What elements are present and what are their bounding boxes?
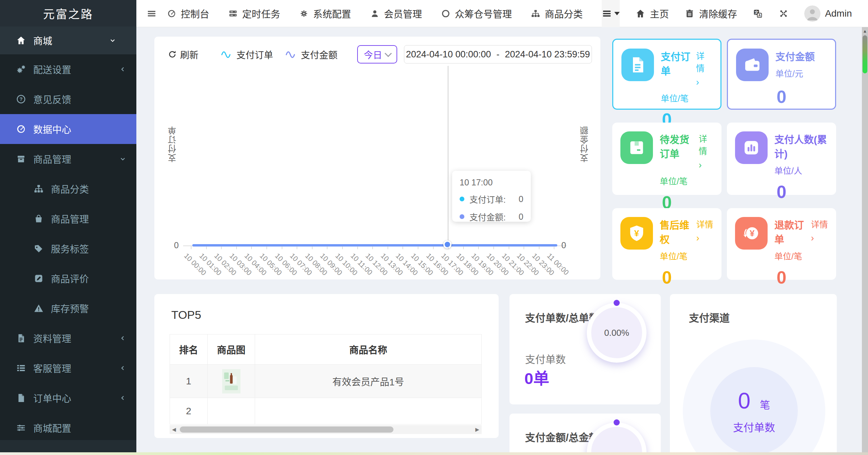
stat-card-pay-orders: 支付订单详情›单位/笔0 xyxy=(612,39,721,110)
chart-icon xyxy=(735,131,768,164)
nav-item-goods-category[interactable]: 商品分类 xyxy=(531,7,583,20)
dashboard-icon xyxy=(16,124,26,134)
warning-icon xyxy=(33,303,44,314)
box-icon xyxy=(16,154,26,164)
svg-text:?: ? xyxy=(19,96,22,102)
nav-item-member-management[interactable]: 会员管理 xyxy=(370,7,422,20)
sidebar-item-data-center[interactable]: 数据中心 xyxy=(0,114,136,144)
detail-link[interactable]: 详情› xyxy=(699,133,713,172)
x-axis-tick xyxy=(312,246,312,249)
sitemap-icon xyxy=(531,9,540,18)
top5-table: 排名 商品图 商品名称 1 有效会员产品1号 2 xyxy=(170,334,482,424)
x-axis-tick xyxy=(221,246,221,249)
x-axis-tick xyxy=(191,246,191,249)
datetime-range-input[interactable]: 2024-04-10 00:00:00 - 2024-04-10 23:59:5… xyxy=(404,45,592,63)
hover-crosshair-line xyxy=(448,66,448,247)
x-axis-tick xyxy=(448,246,448,249)
sidebar-item-label: 库存预警 xyxy=(51,302,89,315)
wave-icon xyxy=(285,50,297,59)
nav-item-label: 商品分类 xyxy=(545,7,583,20)
table-row: 2 xyxy=(170,398,482,424)
legend-label: 支付金额 xyxy=(301,48,337,61)
stat-title: 支付订单 xyxy=(661,50,691,78)
sidebar-item-goods-management-sub[interactable]: 商品管理 xyxy=(0,204,136,234)
sidebar-item-goods-category[interactable]: 商品分类 xyxy=(0,174,136,204)
sidebar-item-label: 数据中心 xyxy=(33,122,71,136)
sliders-icon xyxy=(16,422,26,433)
sidebar-item-material-management[interactable]: 资料管理 xyxy=(0,323,136,353)
svg-text:¥: ¥ xyxy=(634,229,639,238)
sidebar-item-label: 商品管理 xyxy=(51,212,89,225)
sidebar-item-label: 商品分类 xyxy=(51,182,89,196)
metric-value: 0单 xyxy=(524,365,549,389)
scrollbar-thumb[interactable] xyxy=(863,35,867,73)
nav-item-crowdfunding-warehouse[interactable]: 众筹仓号管理 xyxy=(441,7,512,20)
wallet-icon xyxy=(736,49,769,81)
clear-cache-button[interactable]: 清除缓存 xyxy=(684,7,737,20)
x-axis-tick xyxy=(236,246,237,249)
top5-title: TOP5 xyxy=(171,308,201,322)
detail-link[interactable]: 详情› xyxy=(696,218,713,245)
fullscreen-button[interactable] xyxy=(778,8,789,19)
y-axis-right-label: 支付金额 xyxy=(579,126,591,162)
scroll-left-arrow-icon[interactable]: ◀ xyxy=(170,426,178,433)
sidebar-toggle-button[interactable] xyxy=(136,8,167,19)
x-axis-tick xyxy=(327,246,327,249)
refresh-button[interactable]: 刷新 xyxy=(168,48,198,61)
caret-down-icon xyxy=(614,12,620,15)
hamburger-icon xyxy=(602,8,612,19)
vertical-scrollbar[interactable]: ▲ xyxy=(862,27,868,455)
sidebar-item-delivery-settings[interactable]: 配送设置 xyxy=(0,54,136,84)
stat-title: 待发货订单 xyxy=(660,133,694,161)
table-horizontal-scrollbar[interactable]: ◀ ▶ xyxy=(170,425,482,434)
sidebar-item-customer-service[interactable]: 客服管理 xyxy=(0,353,136,383)
sidebar-item-label: 商城 xyxy=(33,34,52,47)
legend-pay-amount[interactable]: 支付金额 xyxy=(285,48,337,61)
edit-icon xyxy=(34,273,44,284)
sidebar-item-label: 配送设置 xyxy=(33,62,71,76)
nav-item-system-config[interactable]: 系统配置 xyxy=(299,7,351,20)
filelines-icon xyxy=(628,55,647,74)
question-icon: ? xyxy=(16,94,26,104)
tooltip-value: 0 xyxy=(519,194,523,204)
nav-item-scheduled-tasks[interactable]: 定时任务 xyxy=(228,7,280,20)
user-name: Admin xyxy=(825,8,852,19)
stat-unit: 单位/笔 xyxy=(660,250,713,262)
horizontal-scrollbar[interactable] xyxy=(0,452,868,455)
scrollbar-thumb[interactable] xyxy=(180,426,393,433)
language-button[interactable]: 文A xyxy=(753,8,763,19)
chevron-down-icon xyxy=(119,156,126,162)
x-axis-tick xyxy=(463,246,464,249)
scroll-right-arrow-icon[interactable]: ▶ xyxy=(473,426,482,433)
legend-pay-orders[interactable]: 支付订单 xyxy=(221,48,273,61)
stat-card-after-sales: ¥售后维权详情›单位/笔0 xyxy=(612,208,721,280)
gear-icon xyxy=(299,9,309,18)
date-range-select[interactable]: 今日 xyxy=(357,45,397,63)
sidebar-item-stock-warning[interactable]: 库存预警 xyxy=(0,293,136,323)
stat-value: 0 xyxy=(735,182,828,202)
home-page-button[interactable]: 主页 xyxy=(635,7,669,20)
main-content: 刷新 支付订单 支付金额 今日 2024-04-10 00:00:00 - xyxy=(136,27,862,452)
sidebar-item-service-tags[interactable]: 服务标签 xyxy=(0,234,136,263)
shieldyen-icon: ¥ xyxy=(627,224,646,243)
sidebar: 元富之路 商城 配送设置?意见反馈数据中心商品管理商品分类商品管理服务标签商品评… xyxy=(0,0,136,452)
sidebar-item-mall[interactable]: 商城 xyxy=(0,26,136,54)
chevron-right-icon: › xyxy=(811,232,814,245)
sidebar-item-order-center[interactable]: 订单中心 xyxy=(0,383,136,413)
sidebar-item-label: 商城配置 xyxy=(33,421,71,435)
detail-link[interactable]: 详情› xyxy=(811,218,828,245)
menu-dropdown-button[interactable] xyxy=(602,0,620,27)
tooltip-title: 10 17:00 xyxy=(460,178,523,187)
list-icon xyxy=(16,363,26,374)
sidebar-item-goods-reviews[interactable]: 商品评价 xyxy=(0,263,136,293)
scroll-up-arrow-icon[interactable]: ▲ xyxy=(862,29,868,34)
sidebar-item-mall-config[interactable]: 商城配置 xyxy=(0,413,136,443)
tooltip-label: 支付金额: xyxy=(469,211,506,223)
detail-link[interactable]: 详情› xyxy=(696,50,712,89)
sidebar-item-feedback[interactable]: ?意见反馈 xyxy=(0,84,136,114)
x-axis-tick xyxy=(342,246,343,249)
user-menu[interactable]: Admin xyxy=(804,5,852,22)
nav-item-console[interactable]: 控制台 xyxy=(167,7,209,20)
tag-icon xyxy=(34,243,44,254)
sidebar-item-goods-management[interactable]: 商品管理 xyxy=(0,144,136,174)
